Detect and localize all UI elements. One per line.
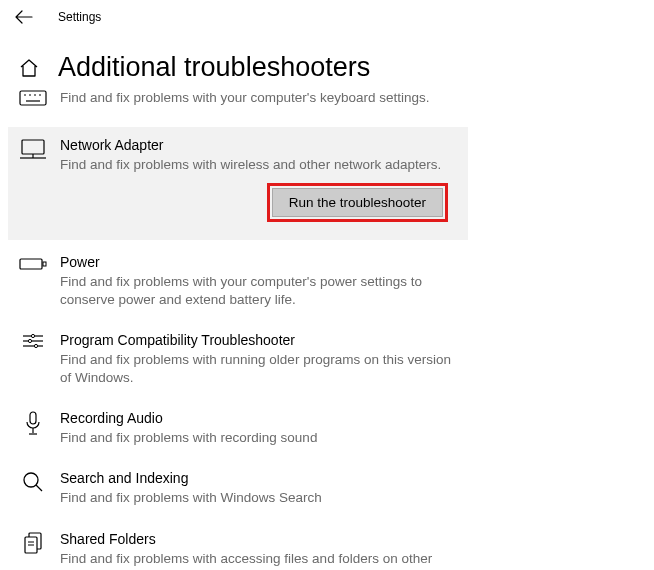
item-title: Search and Indexing — [60, 470, 458, 487]
svg-point-19 — [34, 345, 37, 348]
item-desc: Find and fix problems with accessing fil… — [60, 550, 458, 570]
app-title: Settings — [58, 10, 101, 24]
item-desc: Find and fix problems with your computer… — [60, 89, 458, 107]
troubleshooter-item-recording-audio[interactable]: Recording Audio Find and fix problems wi… — [8, 400, 468, 456]
search-icon — [18, 470, 48, 494]
item-desc: Find and fix problems with recording sou… — [60, 429, 458, 447]
svg-rect-6 — [22, 140, 44, 154]
troubleshooter-item-power[interactable]: Power Find and fix problems with your co… — [8, 244, 468, 318]
power-icon — [18, 254, 48, 278]
svg-point-18 — [28, 340, 31, 343]
svg-rect-20 — [30, 412, 36, 424]
svg-rect-10 — [43, 262, 46, 266]
item-title: Shared Folders — [60, 531, 458, 548]
svg-rect-9 — [20, 259, 42, 269]
item-desc: Find and fix problems with running older… — [60, 351, 458, 386]
shared-folders-icon — [18, 531, 48, 555]
svg-point-23 — [24, 473, 38, 487]
page-title: Additional troubleshooters — [58, 52, 370, 83]
home-icon[interactable] — [18, 57, 40, 79]
back-button[interactable] — [14, 7, 34, 27]
item-desc: Find and fix problems with Windows Searc… — [60, 489, 458, 507]
highlight-box: Run the troubleshooter — [267, 183, 448, 222]
troubleshooter-item-network-adapter[interactable]: Network Adapter Find and fix problems wi… — [8, 127, 468, 240]
keyboard-icon — [18, 89, 48, 113]
item-title: Recording Audio — [60, 410, 458, 427]
troubleshooter-item-program-compatibility[interactable]: Program Compatibility Troubleshooter Fin… — [8, 322, 468, 396]
troubleshooter-item-search-indexing[interactable]: Search and Indexing Find and fix problem… — [8, 460, 468, 516]
item-title: Power — [60, 254, 458, 271]
item-desc: Find and fix problems with your computer… — [60, 273, 458, 308]
network-adapter-icon — [18, 137, 48, 161]
item-title: Network Adapter — [60, 137, 458, 154]
run-troubleshooter-button[interactable]: Run the troubleshooter — [272, 188, 443, 217]
troubleshooter-item-shared-folders[interactable]: Shared Folders Find and fix problems wit… — [8, 521, 468, 570]
microphone-icon — [18, 410, 48, 434]
svg-line-24 — [36, 485, 42, 491]
program-compatibility-icon — [18, 332, 48, 356]
svg-rect-0 — [20, 91, 46, 105]
item-desc: Find and fix problems with wireless and … — [60, 156, 458, 174]
troubleshooter-item-keyboard[interactable]: Find and fix problems with your computer… — [8, 89, 468, 123]
svg-point-17 — [31, 335, 34, 338]
arrow-left-icon — [15, 10, 33, 24]
item-title: Program Compatibility Troubleshooter — [60, 332, 458, 349]
troubleshooter-list: Find and fix problems with your computer… — [0, 89, 654, 570]
